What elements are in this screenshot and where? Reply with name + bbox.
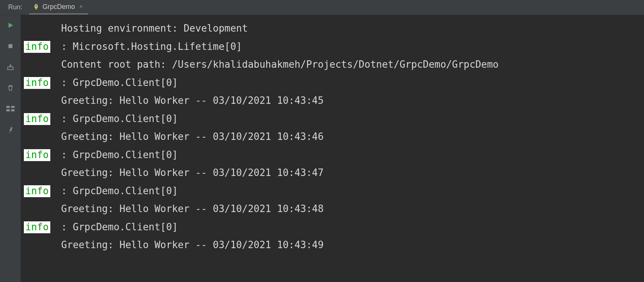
console-line: Greeting: Hello Worker -- 03/10/2021 10:… — [24, 200, 644, 218]
svg-rect-4 — [11, 106, 14, 108]
line-prefix — [24, 19, 61, 38]
line-prefix — [24, 164, 61, 182]
delete-button[interactable] — [5, 83, 16, 93]
svg-rect-1 — [8, 44, 12, 48]
line-text: : GrpcDemo.Client[0] — [61, 182, 178, 200]
line-prefix — [24, 55, 61, 74]
pin-button[interactable] — [5, 124, 16, 135]
run-header: Run: GrpcDemo × — [0, 0, 644, 15]
layout-button[interactable] — [5, 103, 16, 114]
console-line: Content root path: /Users/khalidabuhakme… — [24, 55, 644, 74]
console-line: info: GrpcDemo.Client[0] — [24, 182, 644, 200]
log-level-badge: info — [24, 185, 50, 197]
line-prefix — [24, 92, 61, 110]
line-text: Greeting: Hello Worker -- 03/10/2021 10:… — [61, 164, 323, 182]
console-output[interactable]: Hosting environment: Developmentinfo: Mi… — [21, 15, 644, 282]
console-line: info: GrpcDemo.Client[0] — [24, 110, 644, 128]
line-text: Greeting: Hello Worker -- 03/10/2021 10:… — [61, 92, 323, 110]
console-line: Greeting: Hello Worker -- 03/10/2021 10:… — [24, 164, 644, 182]
line-prefix: info — [24, 110, 61, 128]
svg-rect-2 — [7, 67, 13, 70]
line-text: Greeting: Hello Worker -- 03/10/2021 10:… — [61, 200, 323, 218]
close-icon[interactable]: × — [78, 3, 84, 10]
rerun-button[interactable] — [5, 20, 16, 31]
line-prefix — [24, 236, 61, 254]
line-text: Greeting: Hello Worker -- 03/10/2021 10:… — [61, 236, 323, 254]
rocket-icon — [33, 3, 40, 10]
line-prefix: info — [24, 218, 61, 236]
log-level-badge: info — [24, 77, 50, 89]
tab-label: GrpcDemo — [42, 3, 75, 11]
line-prefix: info — [24, 146, 61, 164]
line-text: Content root path: /Users/khalidabuhakme… — [61, 55, 499, 74]
line-prefix — [24, 200, 61, 218]
line-text: : GrpcDemo.Client[0] — [61, 218, 178, 236]
console-line: info: GrpcDemo.Client[0] — [24, 146, 644, 164]
line-text: Hosting environment: Development — [61, 19, 248, 38]
line-prefix: info — [24, 182, 61, 200]
log-level-badge: info — [24, 149, 50, 161]
console-line: Greeting: Hello Worker -- 03/10/2021 10:… — [24, 128, 644, 146]
run-toolbar — [0, 15, 21, 282]
line-text: : Microsoft.Hosting.Lifetime[0] — [61, 38, 242, 56]
run-tab[interactable]: GrpcDemo × — [29, 0, 88, 15]
line-prefix: info — [24, 74, 61, 92]
log-level-badge: info — [24, 221, 50, 233]
log-level-badge: info — [24, 113, 50, 125]
line-prefix — [24, 128, 61, 146]
line-text: : GrpcDemo.Client[0] — [61, 110, 178, 128]
main-area: Hosting environment: Developmentinfo: Mi… — [0, 15, 644, 282]
run-label: Run: — [0, 3, 29, 11]
stop-button[interactable] — [5, 41, 16, 51]
console-line: info: GrpcDemo.Client[0] — [24, 74, 644, 92]
console-line: Hosting environment: Development — [24, 19, 644, 38]
svg-rect-3 — [6, 106, 10, 108]
line-text: : GrpcDemo.Client[0] — [61, 74, 178, 92]
console-line: info: GrpcDemo.Client[0] — [24, 218, 644, 236]
line-text: Greeting: Hello Worker -- 03/10/2021 10:… — [61, 128, 323, 146]
exit-button[interactable] — [5, 62, 16, 72]
svg-rect-6 — [11, 109, 14, 112]
log-level-badge: info — [24, 41, 50, 53]
console-line: info: Microsoft.Hosting.Lifetime[0] — [24, 38, 644, 56]
console-line: Greeting: Hello Worker -- 03/10/2021 10:… — [24, 236, 644, 254]
console-line: Greeting: Hello Worker -- 03/10/2021 10:… — [24, 92, 644, 110]
line-text: : GrpcDemo.Client[0] — [61, 146, 178, 164]
svg-rect-5 — [6, 109, 10, 112]
line-prefix: info — [24, 38, 61, 56]
svg-point-0 — [36, 5, 37, 6]
